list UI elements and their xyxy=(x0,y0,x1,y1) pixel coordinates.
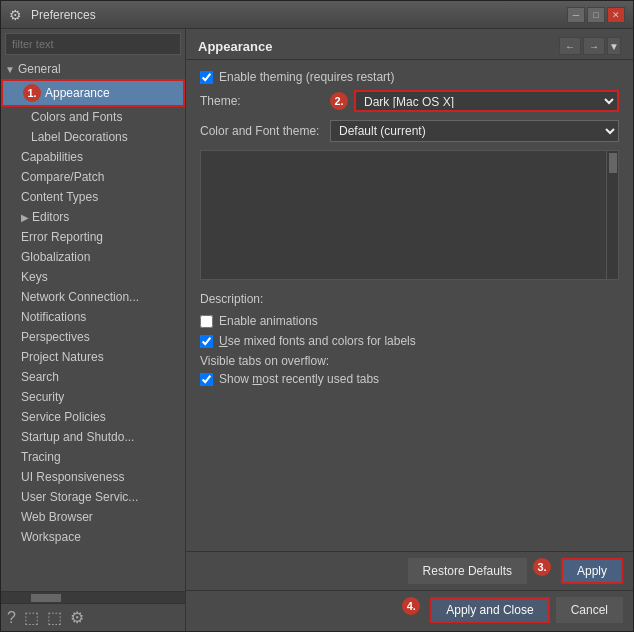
sidebar-item-label: General xyxy=(18,62,61,76)
mixed-fonts-label-text: U xyxy=(219,334,228,348)
sidebar-item-workspace[interactable]: Workspace xyxy=(1,527,185,547)
sidebar-item-label: Project Natures xyxy=(21,350,104,364)
apply-close-button[interactable]: Apply and Close xyxy=(430,597,549,623)
sidebar-item-label: Notifications xyxy=(21,310,86,324)
sidebar-item-error-reporting[interactable]: Error Reporting xyxy=(1,227,185,247)
annotation-1: 1. xyxy=(23,84,41,102)
sidebar-item-label-decorations[interactable]: Label Decorations xyxy=(1,127,185,147)
maximize-button[interactable]: □ xyxy=(587,7,605,23)
sidebar: ▼ General 1. Appearance Colors and Fonts… xyxy=(1,29,186,631)
right-panel: Appearance ← → ▼ Enable theming (require… xyxy=(186,29,633,631)
sidebar-item-label: Workspace xyxy=(21,530,81,544)
scroll-thumb xyxy=(31,594,61,602)
sidebar-item-colors-fonts[interactable]: Colors and Fonts xyxy=(1,107,185,127)
description-label: Description: xyxy=(200,288,619,308)
show-recent-underline: m xyxy=(252,372,262,386)
description-scrollbar[interactable] xyxy=(606,151,618,279)
back-button[interactable]: ← xyxy=(559,37,581,55)
sidebar-scrollbar[interactable] xyxy=(1,591,185,603)
export-icon[interactable]: ⬚ xyxy=(47,608,62,627)
bottom-row2: 4. Apply and Close Cancel xyxy=(186,590,633,631)
title-bar-controls: ─ □ ✕ xyxy=(567,7,625,23)
sidebar-item-label: Colors and Fonts xyxy=(31,110,122,124)
panel-title: Appearance xyxy=(198,39,272,54)
import-icon[interactable]: ⬚ xyxy=(24,608,39,627)
mixed-fonts-checkbox[interactable] xyxy=(200,335,213,348)
title-bar: ⚙ Preferences ─ □ ✕ xyxy=(1,1,633,29)
theme-row: Theme: 2. Dark [Mac OS X] Classic Defaul… xyxy=(200,90,619,112)
description-section: Description: xyxy=(200,150,619,308)
enable-animations-row: Enable animations xyxy=(200,314,619,328)
sidebar-item-label: Keys xyxy=(21,270,48,284)
apply-button[interactable]: Apply xyxy=(561,558,623,584)
sidebar-item-startup-shutdown[interactable]: Startup and Shutdo... xyxy=(1,427,185,447)
enable-theming-checkbox[interactable] xyxy=(200,71,213,84)
sidebar-item-user-storage[interactable]: User Storage Servic... xyxy=(1,487,185,507)
sidebar-item-label: Appearance xyxy=(45,86,110,100)
close-button[interactable]: ✕ xyxy=(607,7,625,23)
show-recent-checkbox[interactable] xyxy=(200,373,213,386)
sidebar-item-label: Globalization xyxy=(21,250,90,264)
sidebar-item-search[interactable]: Search xyxy=(1,367,185,387)
sidebar-item-label: Service Policies xyxy=(21,410,106,424)
sidebar-item-network-connections[interactable]: Network Connection... xyxy=(1,287,185,307)
sidebar-item-general[interactable]: ▼ General xyxy=(1,59,185,79)
sidebar-item-label: Compare/Patch xyxy=(21,170,104,184)
sidebar-item-label: UI Responsiveness xyxy=(21,470,124,484)
sidebar-item-label: User Storage Servic... xyxy=(21,490,138,504)
sidebar-item-ui-responsiveness[interactable]: UI Responsiveness xyxy=(1,467,185,487)
nav-buttons: ← → ▼ xyxy=(559,37,621,55)
enable-animations-checkbox[interactable] xyxy=(200,315,213,328)
cancel-button[interactable]: Cancel xyxy=(556,597,623,623)
main-content: ▼ General 1. Appearance Colors and Fonts… xyxy=(1,29,633,631)
color-font-select[interactable]: Default (current) Classic Dark xyxy=(330,120,619,142)
sidebar-item-label: Editors xyxy=(32,210,69,224)
enable-animations-label: Enable animations xyxy=(219,314,318,328)
sidebar-item-capabilities[interactable]: Capabilities xyxy=(1,147,185,167)
mixed-fonts-label: Use mixed fonts and colors for labels xyxy=(219,334,416,348)
sidebar-item-service-policies[interactable]: Service Policies xyxy=(1,407,185,427)
panel-header: Appearance ← → ▼ xyxy=(186,29,633,60)
panel-body: Enable theming (requires restart) Theme:… xyxy=(186,60,633,551)
restore-defaults-button[interactable]: Restore Defaults xyxy=(408,558,527,584)
enable-theming-row: Enable theming (requires restart) xyxy=(200,70,619,84)
sidebar-item-label: Network Connection... xyxy=(21,290,139,304)
forward-button[interactable]: → xyxy=(583,37,605,55)
filter-input[interactable] xyxy=(5,33,181,55)
preferences-window: ⚙ Preferences ─ □ ✕ ▼ General 1. Appeara… xyxy=(0,0,634,632)
show-recent-label: Show most recently used tabs xyxy=(219,372,379,386)
annotation-2: 2. xyxy=(330,92,348,110)
scroll-thumb xyxy=(609,153,617,173)
sidebar-item-editors[interactable]: ▶ Editors xyxy=(1,207,185,227)
sidebar-item-label: Capabilities xyxy=(21,150,83,164)
sidebar-item-project-natures[interactable]: Project Natures xyxy=(1,347,185,367)
show-recent-row: Show most recently used tabs xyxy=(200,372,619,386)
annotation-4: 4. xyxy=(402,597,420,615)
visible-tabs-label: Visible tabs on overflow: xyxy=(200,354,619,368)
settings-icon[interactable]: ⚙ xyxy=(70,608,84,627)
sidebar-item-appearance[interactable]: 1. Appearance xyxy=(1,79,185,107)
sidebar-item-label: Tracing xyxy=(21,450,61,464)
sidebar-item-compare-patch[interactable]: Compare/Patch xyxy=(1,167,185,187)
sidebar-item-security[interactable]: Security xyxy=(1,387,185,407)
bottom-section: Restore Defaults 3. Apply 4. Apply and C… xyxy=(186,551,633,631)
sidebar-item-label: Label Decorations xyxy=(31,130,128,144)
minimize-button[interactable]: ─ xyxy=(567,7,585,23)
color-font-label: Color and Font theme: xyxy=(200,124,330,138)
tree-container: ▼ General 1. Appearance Colors and Fonts… xyxy=(1,59,185,591)
sidebar-item-content-types[interactable]: Content Types xyxy=(1,187,185,207)
theme-select[interactable]: Dark [Mac OS X] Classic Default High Con… xyxy=(354,90,619,112)
expand-arrow: ▼ xyxy=(5,64,15,75)
sidebar-item-web-browser[interactable]: Web Browser xyxy=(1,507,185,527)
help-icon[interactable]: ? xyxy=(7,609,16,627)
sidebar-item-label: Content Types xyxy=(21,190,98,204)
sidebar-item-tracing[interactable]: Tracing xyxy=(1,447,185,467)
nav-dropdown-button[interactable]: ▼ xyxy=(607,37,621,55)
sidebar-item-notifications[interactable]: Notifications xyxy=(1,307,185,327)
sidebar-item-label: Security xyxy=(21,390,64,404)
sidebar-item-perspectives[interactable]: Perspectives xyxy=(1,327,185,347)
sidebar-footer: ? ⬚ ⬚ ⚙ xyxy=(1,603,185,631)
description-box xyxy=(200,150,619,280)
sidebar-item-globalization[interactable]: Globalization xyxy=(1,247,185,267)
sidebar-item-keys[interactable]: Keys xyxy=(1,267,185,287)
